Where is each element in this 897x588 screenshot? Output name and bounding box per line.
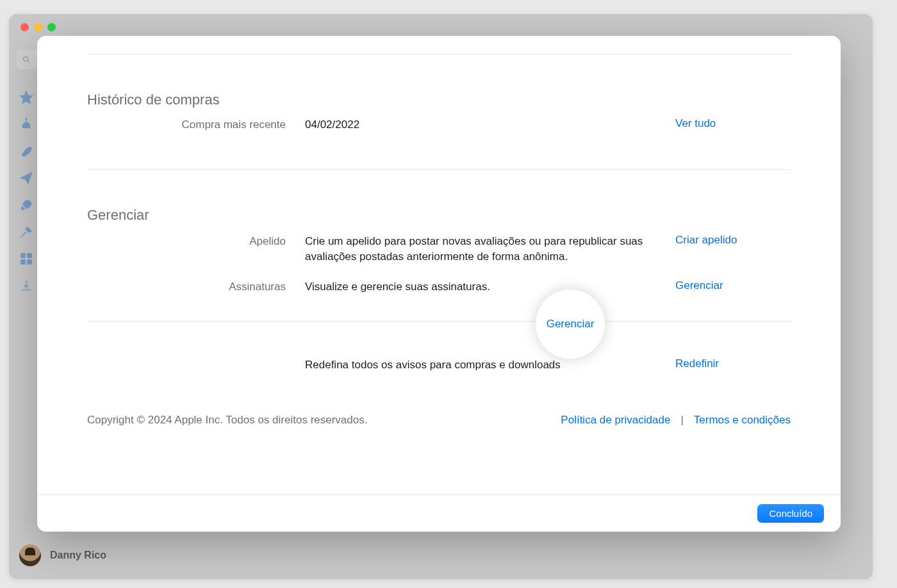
see-all-link[interactable]: Ver tudo: [675, 117, 791, 130]
manage-section: Gerenciar Apelido Crie um apelido para p…: [87, 170, 791, 321]
nickname-description: Crie um apelido para postar novas avalia…: [305, 234, 656, 265]
nickname-label: Apelido: [87, 234, 286, 248]
account-modal: Histórico de compras Compra mais recente…: [37, 36, 841, 532]
app-window: Danny Rico Histórico de compras Compra m…: [9, 14, 873, 579]
reset-section: Redefina todos os avisos para compras e …: [87, 322, 791, 388]
footer-separator: |: [680, 414, 683, 427]
footer-links: Política de privacidade | Termos e condi…: [561, 414, 791, 427]
close-window-button[interactable]: [21, 23, 29, 31]
terms-link[interactable]: Termos e condições: [694, 414, 791, 427]
reset-spacer: [87, 357, 286, 359]
fullscreen-window-button[interactable]: [47, 23, 56, 31]
subscriptions-label: Assinaturas: [87, 279, 286, 293]
modal-footer-row: Copyright © 2024 Apple Inc. Todos os dir…: [87, 387, 791, 445]
window-controls: [21, 23, 56, 31]
reset-description: Redefina todos os avisos para compras e …: [305, 357, 656, 373]
recent-purchase-value: 04/02/2022: [305, 117, 656, 133]
reset-link[interactable]: Redefinir: [675, 357, 791, 370]
purchase-history-title: Histórico de compras: [87, 92, 791, 108]
done-button[interactable]: Concluído: [757, 504, 824, 523]
minimize-window-button[interactable]: [34, 23, 42, 31]
create-nickname-link[interactable]: Criar apelido: [675, 234, 791, 247]
modal-action-bar: Concluído: [37, 494, 841, 532]
modal-scroll-area[interactable]: Histórico de compras Compra mais recente…: [37, 36, 841, 494]
purchase-history-section: Histórico de compras Compra mais recente…: [87, 54, 791, 169]
manage-title: Gerenciar: [87, 207, 791, 224]
privacy-policy-link[interactable]: Política de privacidade: [561, 414, 670, 427]
copyright-text: Copyright © 2024 Apple Inc. Todos os dir…: [87, 414, 367, 427]
recent-purchase-label: Compra mais recente: [87, 117, 286, 131]
manage-subscriptions-link[interactable]: Gerenciar: [675, 279, 791, 292]
subscriptions-description: Visualize e gerencie suas assinaturas.: [305, 279, 656, 295]
